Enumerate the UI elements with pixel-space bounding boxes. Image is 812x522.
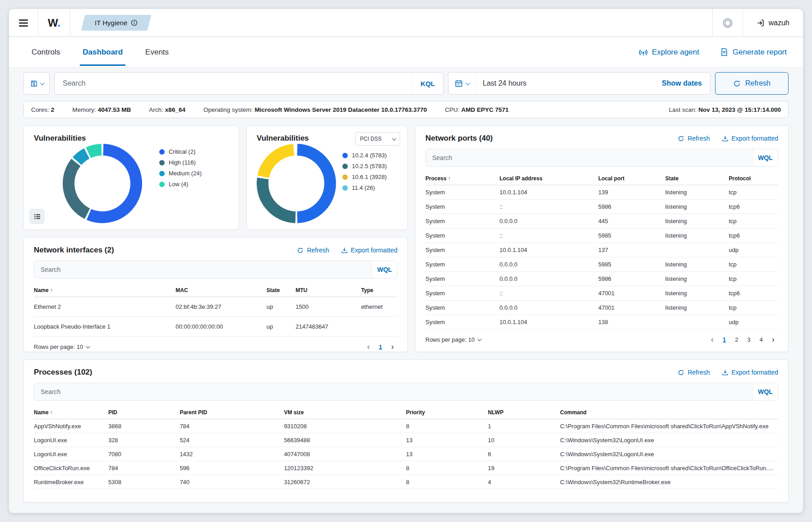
info-icon[interactable] — [131, 19, 138, 26]
column-header[interactable]: Name ↑ — [34, 406, 108, 419]
column-header[interactable]: Local IP address — [499, 172, 598, 185]
show-dates-button[interactable]: Show dates — [654, 79, 710, 87]
user-menu-button[interactable]: wazuh — [743, 19, 803, 27]
search-input[interactable] — [34, 261, 372, 278]
column-header[interactable]: MTU — [295, 284, 361, 297]
table-row[interactable]: AppVShNotify.exe3868784931020881C:\Progr… — [34, 419, 778, 433]
legend-item[interactable]: 11.4 (26) — [342, 184, 387, 191]
menu-button[interactable] — [9, 17, 38, 29]
table-row[interactable]: System0.0.0.05986listeningtcp — [425, 272, 778, 286]
donut-segment-10.2.4[interactable] — [297, 150, 330, 217]
column-header[interactable]: Priority — [406, 406, 488, 419]
legend-item[interactable]: High (116) — [159, 159, 202, 166]
refresh-link[interactable]: Refresh — [297, 247, 329, 254]
network-interfaces-table: Name ↑MACStateMTUType Ethernet 202:bf:4b… — [34, 284, 397, 337]
donut-segment-10.2.5[interactable] — [263, 179, 295, 217]
search-input[interactable] — [426, 149, 752, 166]
donut-segment-10.6.1[interactable] — [263, 150, 294, 177]
table-row[interactable]: System10.0.1.104137udp — [425, 243, 778, 257]
refresh-link[interactable]: Refresh — [678, 369, 710, 376]
pagination-prev[interactable]: ‹ — [364, 342, 374, 352]
legend-item[interactable]: 10.6.1 (3928) — [342, 174, 387, 180]
refresh-link[interactable]: Refresh — [678, 135, 710, 142]
legend-item[interactable]: 10.2.5 (5783) — [342, 163, 387, 169]
column-header[interactable]: Process ↑ — [425, 172, 499, 185]
export-formatted-link[interactable]: Export formatted — [722, 135, 779, 142]
column-header[interactable]: State — [267, 284, 295, 297]
column-header[interactable]: MAC — [175, 284, 267, 297]
table-row[interactable]: Loopback Pseudo-Interface 100:00:00:00:0… — [34, 317, 397, 337]
table-cell: 8 — [406, 475, 488, 489]
pagination-prev[interactable]: ‹ — [707, 335, 717, 344]
it-hygiene-tab[interactable]: IT Hygiene — [81, 15, 152, 31]
kql-toggle[interactable]: KQL — [412, 73, 443, 94]
column-header[interactable]: PID — [108, 406, 180, 419]
pagination-page-1[interactable]: 1 — [375, 342, 386, 352]
saved-queries-button[interactable] — [23, 72, 50, 95]
legend-item[interactable]: Low (4) — [159, 181, 202, 188]
time-range-value[interactable]: Last 24 hours — [475, 79, 654, 87]
wazuh-logo[interactable]: W. — [38, 17, 70, 29]
table-cell: tcp — [729, 214, 779, 229]
table-cell: 6 — [488, 447, 560, 461]
table-cell: System — [425, 229, 499, 243]
table-row[interactable]: System0.0.0.05985listeningtcp — [425, 257, 778, 272]
pagination-page-1[interactable]: 1 — [719, 335, 729, 344]
column-header[interactable]: Protocol — [729, 172, 779, 185]
pagination-page-2[interactable]: 2 — [731, 335, 742, 344]
table-row[interactable]: System::5986listeningtcp6 — [425, 200, 778, 214]
table-row[interactable]: System0.0.0.047001listeningtcp — [425, 301, 778, 315]
table-row[interactable]: RuntimeBroker.exe53087403126067284C:\Win… — [34, 475, 778, 489]
column-header[interactable]: Local port — [598, 172, 665, 185]
requirement-select[interactable]: PCI DSS — [355, 132, 400, 146]
tab-events[interactable]: Events — [139, 39, 175, 66]
calendar-button[interactable] — [448, 73, 475, 94]
generate-report-button[interactable]: Generate report — [720, 48, 787, 57]
table-row[interactable]: LogonUI.exe7080143240747008136C:\Windows… — [34, 447, 778, 461]
table-row[interactable]: System10.0.1.104139listeningtcp — [425, 185, 778, 200]
tab-controls[interactable]: Controls — [25, 39, 66, 66]
rows-per-page-selector[interactable]: Rows per page: 10 — [425, 336, 480, 343]
table-cell: 5986 — [598, 272, 665, 286]
legend-item[interactable]: Critical (2) — [159, 148, 202, 155]
donut-segment-Medium[interactable] — [77, 153, 87, 161]
pagination-next[interactable]: › — [388, 342, 397, 352]
table-row[interactable]: System::5985listeningtcp6 — [425, 229, 778, 243]
export-formatted-link[interactable]: Export formatted — [341, 247, 398, 254]
column-header[interactable]: NLWP — [488, 406, 560, 419]
legend-item[interactable]: 10.2.4 (5783) — [342, 152, 387, 159]
column-header[interactable]: VM size — [284, 406, 406, 419]
refresh-button[interactable]: Refresh — [715, 72, 789, 95]
column-header[interactable]: Command — [560, 406, 778, 419]
search-input[interactable] — [55, 79, 412, 87]
search-input[interactable] — [34, 383, 752, 400]
rows-per-page-selector[interactable]: Rows per page: 10 — [34, 343, 89, 350]
table-row[interactable]: Ethernet 202:bf:4b:3e:39:27up1500etherne… — [34, 297, 397, 317]
legend-item[interactable]: Medium (24) — [159, 170, 202, 177]
pagination-next[interactable]: › — [768, 335, 778, 344]
table-row[interactable]: LogonUI.exe328524566394881310C:\Windows\… — [34, 433, 778, 447]
donut-segment-Low[interactable] — [88, 150, 102, 153]
table-row[interactable]: System::47001listeningtcp6 — [425, 286, 778, 301]
export-formatted-link[interactable]: Export formatted — [722, 369, 779, 376]
donut-segment-High[interactable] — [69, 162, 88, 214]
column-header[interactable]: State — [665, 172, 729, 185]
wql-toggle[interactable]: WQL — [752, 383, 778, 400]
pagination-page-3[interactable]: 3 — [744, 335, 754, 344]
column-header[interactable]: Name ↑ — [34, 284, 175, 297]
table-row[interactable]: OfficeClickToRun.exe784596120123392819C:… — [34, 461, 778, 475]
status-circle-button[interactable] — [713, 18, 743, 28]
table-cell: 138 — [598, 315, 665, 330]
explore-agent-button[interactable]: Explore agent — [639, 48, 699, 57]
table-row[interactable]: System0.0.0.0445listeningtcp — [425, 214, 778, 229]
view-as-list-button[interactable] — [29, 209, 45, 224]
wql-toggle[interactable]: WQL — [372, 261, 397, 278]
tab-dashboard[interactable]: Dashboard — [76, 39, 129, 66]
table-row[interactable]: System10.0.1.104138udp — [425, 315, 778, 330]
donut-segment-Critical[interactable] — [89, 150, 136, 217]
table-cell: tcp6 — [729, 200, 779, 214]
column-header[interactable]: Parent PID — [180, 406, 284, 419]
pagination-page-4[interactable]: 4 — [756, 335, 766, 344]
wql-toggle[interactable]: WQL — [752, 149, 778, 166]
column-header[interactable]: Type — [361, 284, 397, 297]
